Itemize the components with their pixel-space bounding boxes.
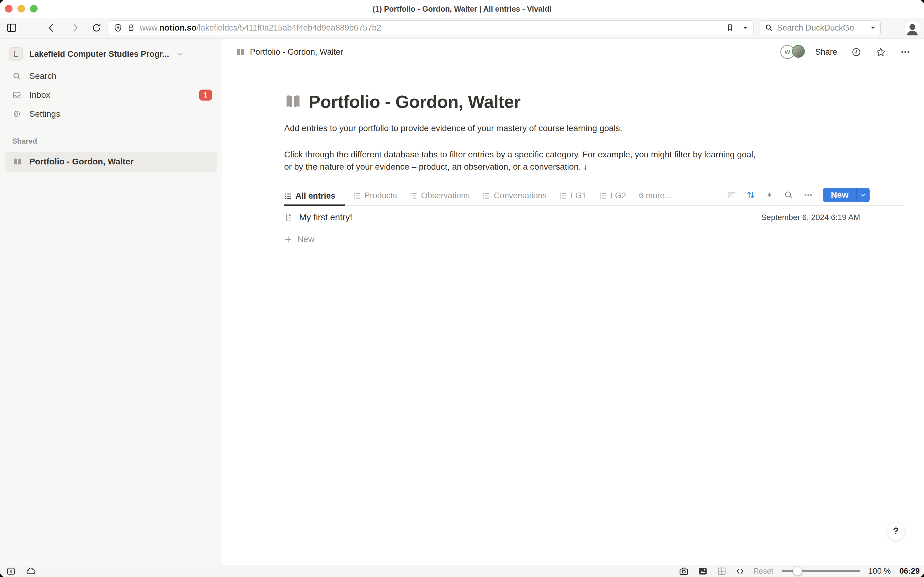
forward-button[interactable] bbox=[69, 22, 81, 34]
tab-observations[interactable]: Observations bbox=[410, 191, 470, 205]
inbox-unread-badge: 1 bbox=[199, 90, 212, 100]
open-book-icon bbox=[236, 47, 245, 56]
new-entry-button[interactable]: New bbox=[823, 188, 856, 202]
page-actions-image-icon[interactable] bbox=[698, 566, 708, 576]
window-title: (1) Portfolio - Gordon, Walter | All ent… bbox=[61, 0, 863, 18]
tab-products[interactable]: Products bbox=[353, 191, 397, 205]
filter-button[interactable] bbox=[726, 190, 736, 200]
db-more-button[interactable] bbox=[803, 190, 813, 200]
tab-lg2[interactable]: LG2 bbox=[599, 191, 626, 205]
sidebar-item-inbox[interactable]: Inbox 1 bbox=[4, 85, 217, 105]
url-prefix: www. bbox=[140, 23, 159, 32]
entry-date[interactable]: September 6, 2024 6:19 AM bbox=[761, 213, 860, 222]
new-entry-dropdown-button[interactable] bbox=[856, 188, 869, 202]
database-controls: New bbox=[726, 188, 869, 202]
clock-time: 06:29 bbox=[900, 566, 920, 576]
page-more-button[interactable] bbox=[900, 47, 911, 57]
entry-title[interactable]: My first entry! bbox=[299, 213, 352, 222]
address-bar[interactable]: www.notion.so/lakefieldcs/5411f0a215ab4f… bbox=[108, 21, 753, 35]
chevron-down-icon bbox=[860, 192, 866, 198]
lock-icon[interactable] bbox=[127, 24, 135, 32]
plus-icon bbox=[284, 235, 292, 243]
lightning-icon bbox=[765, 191, 774, 199]
browser-profile-avatar[interactable] bbox=[905, 21, 920, 37]
search-engine-icon[interactable] bbox=[765, 23, 774, 32]
browser-statusbar: Reset 100 % 06:29 bbox=[0, 565, 924, 577]
automations-button[interactable] bbox=[765, 191, 774, 199]
panel-toggle-button[interactable] bbox=[5, 22, 18, 34]
forward-icon bbox=[70, 23, 80, 33]
zoom-window-button[interactable] bbox=[30, 5, 38, 13]
notion-sidebar: L Lakefield Computer Studies Progr... Se… bbox=[0, 39, 222, 565]
sidebar-item-settings[interactable]: Settings bbox=[4, 105, 217, 124]
breadcrumb-label: Portfolio - Gordon, Walter bbox=[250, 47, 343, 57]
sidebar-item-search[interactable]: Search bbox=[4, 67, 217, 85]
url-path: /lakefieldcs/5411f0a215ab4f4eb4d9ea889b6… bbox=[196, 23, 382, 32]
shield-icon[interactable] bbox=[113, 23, 122, 32]
sync-cloud-icon[interactable] bbox=[25, 566, 37, 576]
updates-button[interactable] bbox=[851, 47, 861, 57]
panel-status-icon[interactable] bbox=[6, 566, 16, 576]
tabs-more-button[interactable]: 6 more... bbox=[639, 191, 671, 205]
workspace-name: Lakefield Computer Studies Progr... bbox=[29, 50, 169, 59]
help-label: ? bbox=[893, 525, 899, 537]
inbox-icon bbox=[12, 90, 21, 100]
browser-window: (1) Portfolio - Gordon, Walter | All ent… bbox=[0, 0, 924, 577]
profile-person-icon bbox=[905, 21, 920, 37]
reload-button[interactable] bbox=[90, 22, 103, 34]
ellipsis-icon bbox=[803, 190, 813, 200]
db-search-button[interactable] bbox=[784, 190, 794, 200]
workspace-initial-badge: L bbox=[9, 47, 23, 61]
shared-section-label: Shared bbox=[12, 137, 37, 145]
list-view-icon bbox=[353, 192, 361, 200]
share-button[interactable]: Share bbox=[815, 47, 837, 57]
help-button[interactable]: ? bbox=[887, 522, 905, 540]
search-dropdown-caret-icon[interactable] bbox=[871, 26, 876, 30]
list-view-icon bbox=[559, 192, 567, 200]
zoom-slider-knob[interactable] bbox=[793, 567, 802, 576]
tab-lg1[interactable]: LG1 bbox=[559, 191, 586, 205]
page-document-icon bbox=[284, 213, 293, 222]
intro-paragraph[interactable]: Add entries to your portfolio to provide… bbox=[284, 122, 761, 134]
sidebar-item-label: Portfolio - Gordon, Walter bbox=[29, 157, 134, 166]
app-content: L Lakefield Computer Studies Progr... Se… bbox=[0, 39, 924, 565]
bookmark-icon[interactable] bbox=[726, 24, 734, 32]
sort-arrows-icon bbox=[746, 190, 756, 200]
browser-toolbar: www.notion.so/lakefieldcs/5411f0a215ab4f… bbox=[0, 18, 924, 39]
chevron-down-icon bbox=[176, 50, 184, 58]
list-view-icon bbox=[284, 192, 292, 200]
workspace-switcher[interactable]: L Lakefield Computer Studies Progr... bbox=[9, 45, 214, 63]
add-row-button[interactable]: New bbox=[284, 229, 905, 249]
tab-label: LG2 bbox=[610, 191, 626, 200]
search-placeholder: Search DuckDuckGo bbox=[777, 23, 871, 33]
favorite-button[interactable] bbox=[876, 47, 886, 58]
window-titlebar: (1) Portfolio - Gordon, Walter | All ent… bbox=[0, 0, 924, 18]
list-view-icon bbox=[483, 192, 490, 200]
presence-avatars[interactable]: W bbox=[781, 45, 806, 59]
url-text: www.notion.so/lakefieldcs/5411f0a215ab4f… bbox=[140, 23, 382, 33]
search-field[interactable]: Search DuckDuckGo bbox=[760, 21, 881, 35]
back-icon bbox=[46, 23, 56, 33]
tab-all-entries[interactable]: All entries bbox=[284, 191, 344, 206]
back-button[interactable] bbox=[45, 22, 58, 34]
code-tools-icon[interactable] bbox=[736, 567, 745, 576]
close-window-button[interactable] bbox=[5, 5, 13, 13]
bookmark-dropdown-caret-icon[interactable] bbox=[743, 26, 748, 30]
instructions-paragraph[interactable]: Click through the different database tab… bbox=[284, 148, 761, 173]
capture-camera-icon[interactable] bbox=[679, 566, 689, 576]
breadcrumb[interactable]: Portfolio - Gordon, Walter bbox=[236, 47, 343, 57]
page-title[interactable]: Portfolio - Gordon, Walter bbox=[309, 91, 521, 112]
page-body: Portfolio - Gordon, Walter Add entries t… bbox=[284, 90, 905, 249]
ellipsis-icon bbox=[900, 47, 911, 57]
minimize-window-button[interactable] bbox=[18, 5, 25, 13]
tab-conversations[interactable]: Conversations bbox=[483, 191, 547, 205]
page-topbar: Portfolio - Gordon, Walter W Share bbox=[222, 39, 924, 65]
sidebar-item-portfolio-page[interactable]: Portfolio - Gordon, Walter bbox=[5, 152, 217, 172]
tiling-grid-icon[interactable] bbox=[716, 566, 727, 576]
zoom-reset-button[interactable]: Reset bbox=[753, 567, 773, 575]
zoom-slider[interactable] bbox=[782, 567, 860, 576]
page-open-book-icon[interactable] bbox=[284, 93, 302, 110]
sort-button[interactable] bbox=[746, 190, 756, 200]
table-row[interactable]: My first entry! September 6, 2024 6:19 A… bbox=[284, 206, 905, 229]
list-view-icon bbox=[410, 192, 418, 200]
